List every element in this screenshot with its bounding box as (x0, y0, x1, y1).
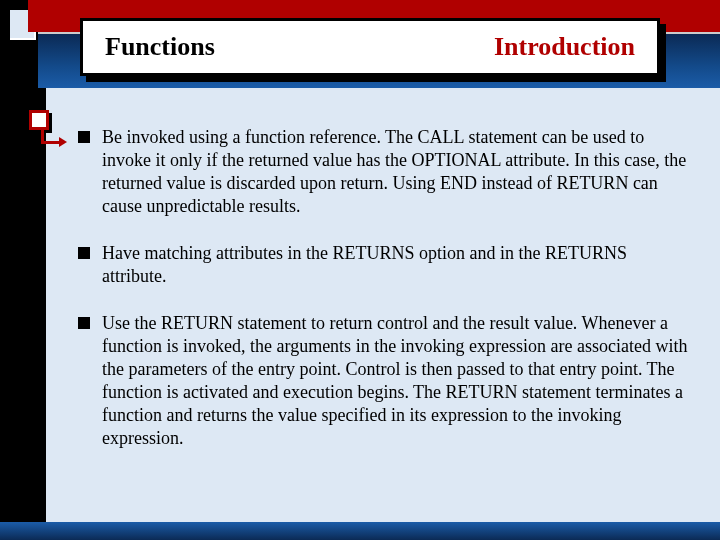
bullet-item: Have matching attributes in the RETURNS … (78, 242, 692, 288)
title-box: Functions Introduction (80, 18, 660, 76)
bullet-text: Be invoked using a function reference. T… (102, 126, 692, 218)
bullet-item: Use the RETURN statement to return contr… (78, 312, 692, 450)
bullet-item: Be invoked using a function reference. T… (78, 126, 692, 218)
header-band: Functions Introduction (0, 0, 720, 100)
bullet-icon (78, 131, 90, 143)
footer-strip (0, 522, 720, 540)
slide-title-right: Introduction (494, 32, 635, 62)
bullet-icon (78, 317, 90, 329)
decor-connector-arrow (41, 130, 61, 144)
bullet-icon (78, 247, 90, 259)
bullet-text: Use the RETURN statement to return contr… (102, 312, 692, 450)
slide-title-left: Functions (105, 32, 215, 62)
decor-square (29, 110, 49, 130)
content-area: Be invoked using a function reference. T… (78, 126, 692, 474)
bullet-text: Have matching attributes in the RETURNS … (102, 242, 692, 288)
slide: Functions Introduction Be invoked using … (0, 0, 720, 540)
